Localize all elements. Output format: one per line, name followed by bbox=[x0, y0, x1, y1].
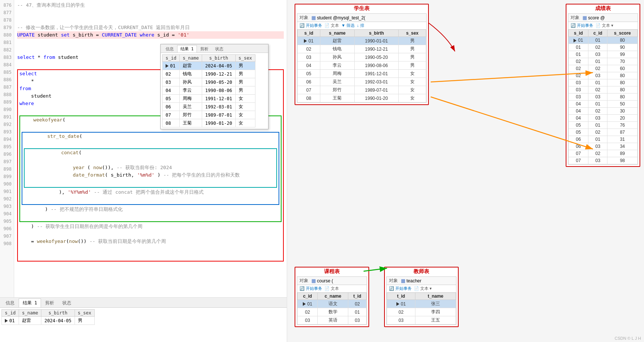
teacher-cell-t_id-1: 02 bbox=[387, 308, 415, 316]
score-cell-s_score-15: 34 bbox=[607, 143, 638, 150]
course-start-tx-btn[interactable]: 🔄 开始事务 bbox=[299, 286, 322, 291]
popup-tab-result1[interactable]: 结果 1 bbox=[177, 45, 197, 53]
student-cell-s_name-6: 郑竹 bbox=[320, 86, 355, 94]
table-icon-student: ▦ bbox=[311, 15, 316, 20]
code-line-903 bbox=[22, 213, 279, 221]
popup-cell-sid-5: 06 bbox=[163, 103, 180, 111]
score-cell-s_score-9: 50 bbox=[607, 101, 638, 108]
score-cell-c_id-2: 03 bbox=[588, 51, 607, 58]
score-cell-c_id-0: 01 bbox=[588, 37, 607, 44]
student-table-wrapper: 学生表 对象 ▦ student @mysql_test_2( 🔄 开始事务 📄… bbox=[295, 4, 429, 105]
popup-cell-ssex-6: 女 bbox=[235, 111, 255, 119]
teacher-row-2: 03王五 bbox=[387, 316, 456, 324]
course-row-1: 02数学01 bbox=[298, 308, 367, 316]
student-cell-s_name-4: 周梅 bbox=[320, 70, 355, 78]
start-tx-btn[interactable]: 🔄 开始事务 bbox=[299, 23, 322, 28]
bottom-tab-result1[interactable]: 结果 1 bbox=[19, 298, 41, 307]
teacher-start-tx-btn[interactable]: 🔄 开始事务 bbox=[389, 286, 412, 291]
popup-tab-info[interactable]: 信息 bbox=[162, 45, 177, 53]
bottom-panel: 信息 结果 1 剪析 状态 s_id s_name s_birth s_sex bbox=[0, 297, 287, 342]
bottom-tab-status[interactable]: 状态 bbox=[58, 298, 75, 307]
sort-btn[interactable]: ↓ 排 bbox=[357, 23, 364, 28]
code-line-876: -- 47、查询本周过生日的学生 bbox=[17, 1, 284, 9]
score-table-inner: 对象 ▦ score @ 🔄 开始事务 📄 文本 ▾ s_id c_id s_s… bbox=[568, 13, 638, 165]
course-cell-c_name-0: 语文 bbox=[318, 300, 348, 308]
watermark: CSDN © L J H bbox=[615, 336, 641, 341]
popup-cell-sbirth-0: 2024-04-05 bbox=[202, 62, 235, 70]
score-cell-s_score-2: 99 bbox=[607, 51, 638, 58]
score-row-9: 040150 bbox=[569, 101, 638, 108]
popup-cell-sbirth-4: 1991-12-01 bbox=[202, 95, 235, 103]
student-row-0: 01赵雷1990-01-01男 bbox=[298, 37, 426, 45]
score-row-13: 050287 bbox=[569, 129, 638, 136]
code-line-900: ), '%Y%m%d' -- 通过 concat 把两个值合并成这个年月日格式 bbox=[24, 189, 277, 196]
bottom-cell-sid: 01 bbox=[2, 317, 19, 325]
score-cell-s_score-10: 30 bbox=[607, 108, 638, 115]
student-cell-s_sex-2: 男 bbox=[399, 53, 426, 61]
course-cell-t_id-2: 03 bbox=[348, 316, 367, 324]
teacher-text-btn[interactable]: 📄 文本 ▾ bbox=[414, 286, 432, 291]
score-cell-s_id-5: 02 bbox=[569, 72, 588, 79]
popup-row-2: 03孙风1990-05-20男 bbox=[163, 78, 255, 86]
bottom-col-sbirth: s_birth bbox=[41, 310, 75, 317]
teacher-col-tid: t_id bbox=[387, 293, 415, 300]
student-cell-s_id-1: 02 bbox=[298, 45, 320, 53]
score-cell-c_id-6: 01 bbox=[588, 79, 607, 86]
student-cell-s_birth-4: 1991-12-01 bbox=[354, 70, 398, 78]
student-cell-s_birth-6: 1989-07-01 bbox=[354, 86, 398, 94]
score-cell-s_id-13: 05 bbox=[569, 129, 588, 136]
score-cell-s_id-0: 01 bbox=[569, 37, 588, 44]
score-cell-c_id-14: 01 bbox=[588, 136, 607, 143]
popup-tab-analyze[interactable]: 剪析 bbox=[197, 45, 212, 53]
bottom-result-table: s_id s_name s_birth s_sex 01 赵雷 2024-04-… bbox=[1, 309, 95, 325]
score-cell-s_id-8: 03 bbox=[569, 94, 588, 101]
student-cell-s_name-5: 吴兰 bbox=[320, 78, 355, 86]
score-start-tx-btn[interactable]: 🔄 开始事务 bbox=[571, 23, 593, 28]
score-text-btn[interactable]: 📄 文本 ▾ bbox=[596, 23, 613, 28]
popup-cell-sname-2: 孙风 bbox=[179, 78, 202, 86]
popup-cell-sbirth-5: 1992-03-01 bbox=[202, 103, 235, 111]
teacher-table-wrapper: 教师表 对象 ▦ teacher 🔄 开始事务 📄 文本 ▾ t_id t_na… bbox=[384, 267, 459, 327]
student-table-title: 学生表 bbox=[295, 4, 428, 13]
student-cell-s_name-2: 孙风 bbox=[320, 53, 355, 61]
teacher-header-text: teacher bbox=[406, 278, 421, 284]
bottom-tab-info[interactable]: 信息 bbox=[1, 298, 19, 307]
course-text-btn[interactable]: 📄 文本 bbox=[324, 286, 339, 291]
bottom-tab-analyze[interactable]: 剪析 bbox=[41, 298, 58, 307]
teacher-toolbar: 🔄 开始事务 📄 文本 ▾ bbox=[387, 285, 456, 292]
student-row-1: 02钱电1990-12-21男 bbox=[298, 45, 426, 53]
student-cell-s_sex-6: 女 bbox=[399, 86, 426, 94]
popup-cell-sid-7: 08 bbox=[163, 119, 180, 127]
teacher-object-label: 对象 bbox=[389, 278, 398, 284]
score-cell-s_score-14: 31 bbox=[607, 136, 638, 143]
course-cell-c_name-1: 数学 bbox=[318, 308, 348, 316]
score-cell-s_score-12: 76 bbox=[607, 122, 638, 129]
student-toolbar: 🔄 开始事务 📄 文本 ▼ 筛选 ↓ 排 bbox=[297, 22, 426, 29]
popup-tab-bar: 信息 结果 1 剪析 状态 bbox=[161, 44, 268, 53]
course-col-cid: c_id bbox=[298, 293, 318, 300]
popup-cell-sid-3: 04 bbox=[163, 86, 180, 95]
code-line-896 bbox=[26, 156, 275, 164]
popup-cell-sname-1: 钱电 bbox=[179, 70, 202, 78]
teacher-data-table: t_id t_name 01张三02李四03王五 bbox=[387, 292, 456, 324]
course-data-table: c_id c_name t_id 01语文0202数学0103英语03 bbox=[297, 292, 367, 324]
score-row-16: 070289 bbox=[569, 150, 638, 157]
score-toolbar: 🔄 开始事务 📄 文本 ▾ bbox=[568, 22, 638, 29]
score-cell-s_score-7: 80 bbox=[607, 86, 638, 94]
popup-row-0: 01赵雷2024-04-05男 bbox=[163, 62, 255, 70]
text-btn[interactable]: 📄 文本 bbox=[324, 23, 339, 28]
score-cell-s_score-0: 80 bbox=[607, 37, 638, 44]
score-row-6: 030180 bbox=[569, 79, 638, 86]
student-cell-s_name-0: 赵雷 bbox=[320, 37, 355, 45]
popup-cell-sbirth-1: 1990-12-21 bbox=[202, 70, 235, 78]
student-row-5: 06吴兰1992-03-01女 bbox=[298, 78, 426, 86]
student-cell-s_id-2: 03 bbox=[298, 53, 320, 61]
popup-row-7: 08王菊1990-01-20女 bbox=[163, 119, 255, 127]
popup-cell-sid-2: 03 bbox=[163, 78, 180, 86]
student-row-3: 04李云1990-08-06男 bbox=[298, 61, 426, 70]
student-cell-s_sex-3: 男 bbox=[399, 61, 426, 70]
student-cell-s_birth-5: 1992-03-01 bbox=[354, 78, 398, 86]
popup-tab-status[interactable]: 状态 bbox=[212, 45, 227, 53]
filter-btn[interactable]: ▼ 筛选 bbox=[341, 23, 355, 28]
bottom-cell-sname: 赵雷 bbox=[19, 317, 41, 325]
